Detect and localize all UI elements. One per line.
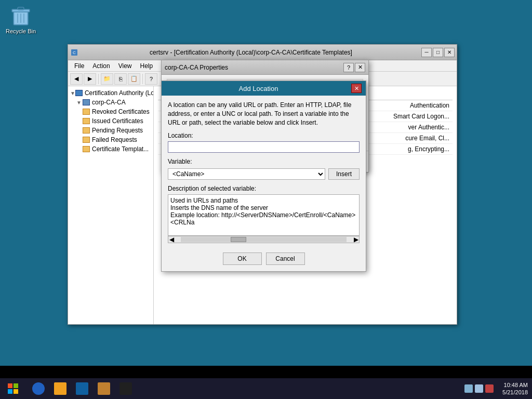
add-loc-ok-btn[interactable]: OK: [223, 252, 262, 265]
desc-selected-label: Description of selected variable:: [168, 185, 360, 192]
explorer-icon: [54, 382, 66, 395]
security-icon: [485, 384, 494, 393]
variable-label: Variable:: [168, 158, 192, 165]
desc-scrollbar[interactable]: ◀ ▶: [168, 236, 360, 243]
root-label: Certification Authority (Loc...: [85, 89, 154, 97]
add-loc-cancel-btn[interactable]: Cancel: [266, 252, 305, 265]
menu-file[interactable]: File: [70, 61, 88, 71]
volume-icon: [475, 384, 483, 393]
scroll-track: [181, 237, 347, 242]
tree-ca-node[interactable]: ▼ corp-CA-CA: [68, 98, 153, 107]
certsrv-titlebar-buttons: ─ □ ✕: [421, 48, 455, 57]
row3-auth: ver Authentic...: [408, 124, 449, 131]
tree-issued[interactable]: Issued Certificates: [68, 116, 153, 126]
ca-label: corp-CA-CA: [92, 99, 126, 106]
toolbar-copy[interactable]: ⎘: [114, 73, 127, 85]
desc-line-3: Example location: http://<ServerDNSName>…: [170, 211, 357, 226]
variable-select[interactable]: <CaName> <ServerDNSName> <CRLNameSuffix>…: [168, 168, 325, 180]
recycle-bin-label: Recycle Bin: [6, 28, 36, 34]
row4-auth: cure Email, Cl...: [405, 135, 449, 142]
root-expand: ▼: [70, 90, 75, 96]
start-button[interactable]: [0, 378, 26, 399]
certsrv-title: certsrv - [Certification Authority (Loca…: [81, 49, 421, 56]
powershell-icon: [76, 382, 88, 395]
root-icon: [75, 90, 83, 96]
toolbar-back[interactable]: ◀: [70, 73, 83, 85]
certsrv-tree: ▼ Certification Authority (Loc... ▼ corp…: [68, 86, 154, 324]
certsrv-maximize-btn[interactable]: □: [433, 48, 443, 57]
templates-icon: [83, 146, 90, 152]
desktop: Recycle Bin C certsrv - [Certification A…: [0, 0, 532, 366]
clock-area: 10:48 AM 5/21/2018: [497, 381, 528, 396]
scroll-thumb: [231, 237, 246, 242]
scroll-right-btn[interactable]: ▶: [353, 236, 359, 243]
taskbar: 10:48 AM 5/21/2018: [0, 378, 532, 399]
tree-templates[interactable]: Certificate Templat...: [68, 144, 153, 154]
properties-help-btn[interactable]: ?: [343, 63, 354, 72]
svg-rect-3: [18, 7, 24, 10]
tree-failed[interactable]: Failed Requests: [68, 135, 153, 144]
add-loc-footer: OK Cancel: [162, 248, 366, 271]
tree-pending[interactable]: Pending Requests: [68, 126, 153, 135]
toolbar-sep2: [142, 74, 143, 84]
insert-button[interactable]: Insert: [328, 168, 360, 180]
issued-icon: [83, 118, 90, 124]
properties-title-buttons: ? ✕: [343, 63, 365, 72]
recycle-bin-icon[interactable]: Recycle Bin: [4, 4, 37, 34]
menu-view[interactable]: View: [114, 61, 136, 71]
menu-help[interactable]: Help: [136, 61, 157, 71]
add-loc-description: A location can be any valid URL or path.…: [168, 101, 360, 127]
row1-auth: Authentication: [410, 102, 449, 109]
tree-root[interactable]: ▼ Certification Authority (Loc...: [68, 88, 153, 98]
certsrv-minimize-btn[interactable]: ─: [421, 48, 432, 57]
certsrv-titlebar: C certsrv - [Certification Authority (Lo…: [68, 45, 457, 60]
ca-expand: ▼: [76, 100, 83, 105]
variable-row: <CaName> <ServerDNSName> <CRLNameSuffix>…: [168, 168, 360, 180]
taskbar-powershell[interactable]: [72, 379, 92, 398]
clock-time: 10:48 AM: [504, 381, 528, 389]
cmd-icon: [119, 382, 132, 395]
taskbar-ie[interactable]: [28, 379, 49, 398]
toolbar-paste[interactable]: 📋: [128, 73, 140, 85]
revoked-icon: [83, 109, 90, 115]
failed-label: Failed Requests: [92, 136, 137, 143]
tree-revoked[interactable]: Revoked Certificates: [68, 107, 153, 116]
failed-icon: [83, 137, 90, 143]
taskbar-file-mgr[interactable]: [94, 379, 114, 398]
pending-icon: [83, 127, 90, 134]
sys-tray: [464, 384, 494, 393]
certsrv-close-btn[interactable]: ✕: [444, 48, 455, 57]
row2-auth: Smart Card Logon...: [393, 113, 449, 120]
pending-label: Pending Requests: [92, 127, 143, 134]
add-loc-close-btn[interactable]: ✕: [351, 84, 362, 93]
desc-line-2: Inserts the DNS name of the server: [170, 204, 357, 211]
properties-titlebar: corp-CA-CA Properties ? ✕: [162, 60, 368, 75]
row5-auth: g, Encrypting...: [408, 145, 449, 153]
taskbar-cmd[interactable]: [115, 379, 136, 398]
issued-label: Issued Certificates: [92, 117, 143, 125]
logo-sq-4: [14, 389, 18, 394]
file-mgr-icon: [98, 382, 110, 395]
logo-sq-3: [8, 389, 12, 394]
ca-icon: [83, 99, 90, 105]
scroll-left-btn[interactable]: ◀: [168, 236, 175, 243]
svg-text:C: C: [73, 50, 76, 55]
toolbar-forward[interactable]: ▶: [84, 73, 96, 85]
add-loc-titlebar: Add Location ✕: [162, 81, 366, 96]
toolbar-help[interactable]: ?: [145, 73, 157, 85]
desc-area: Used in URLs and paths Inserts the DNS n…: [168, 194, 360, 236]
ie-icon: [32, 382, 45, 395]
properties-close-btn[interactable]: ✕: [355, 63, 365, 72]
add-loc-body: A location can be any valid URL or path.…: [162, 96, 366, 248]
network-icon: [464, 384, 473, 393]
menu-action[interactable]: Action: [88, 61, 114, 71]
toolbar-up[interactable]: 📁: [101, 73, 113, 85]
location-label: Location:: [168, 132, 360, 139]
taskbar-explorer[interactable]: [50, 379, 71, 398]
taskbar-items: [26, 378, 460, 399]
templates-label: Certificate Templat...: [92, 145, 149, 153]
revoked-label: Revoked Certificates: [92, 108, 150, 115]
location-input[interactable]: [168, 141, 360, 153]
add-loc-title: Add Location: [166, 85, 351, 92]
desc-line-1: Used in URLs and paths: [170, 197, 357, 204]
